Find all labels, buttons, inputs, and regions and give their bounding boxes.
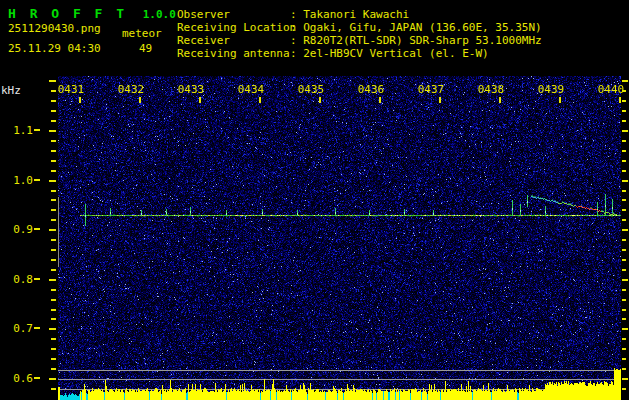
time-tick [319,97,321,103]
freq-axis-unit: kHz [1,84,21,97]
time-tick-label: 0437 [409,83,453,96]
echo-count: 49 [139,42,152,55]
freq-minor-tick-right [622,150,626,152]
time-tick-label: 0431 [49,83,93,96]
freq-minor-tick [51,259,56,261]
freq-tick-label: 0.9 [0,223,33,236]
time-tick-label: 0433 [169,83,213,96]
freq-minor-tick-right [622,229,628,231]
freq-minor-tick [51,100,56,102]
freq-major-tick [34,278,40,280]
freq-minor-tick-right [622,180,628,182]
freq-minor-tick-right [622,299,626,301]
time-tick-label: 0436 [349,83,393,96]
freq-minor-tick-right [622,368,626,370]
freq-minor-tick-right [622,160,626,162]
title-row: H R O F F T 1.0.0 [8,3,176,22]
time-tick [199,97,201,103]
freq-minor-tick-right [622,190,626,192]
freq-minor-tick-right [622,130,628,132]
freq-minor-tick-right [622,219,626,221]
freq-minor-tick [51,160,56,162]
freq-minor-tick-right [622,140,626,142]
freq-minor-tick-right [622,239,626,241]
spectrogram-canvas [58,76,621,400]
freq-minor-tick-right [622,170,626,172]
time-tick [79,97,81,103]
time-tick-label: 0432 [109,83,153,96]
time-tick [139,97,141,103]
freq-minor-tick [51,289,56,291]
freq-minor-tick [49,378,56,380]
freq-minor-tick [51,368,56,370]
freq-minor-tick-right [622,338,626,340]
freq-minor-tick-right [622,309,626,311]
time-tick [619,97,621,103]
time-tick-label: 0434 [229,83,273,96]
freq-minor-tick-right [622,120,626,122]
freq-minor-tick-right [622,279,628,281]
hrofft-screen: H R O F F T 1.0.0 2511290430.png meteor … [0,0,629,400]
freq-minor-tick-right [622,100,626,102]
mode-label: meteor [122,27,162,40]
freq-minor-tick [51,269,56,271]
freq-minor-tick-right [622,259,626,261]
freq-minor-tick-right [622,209,626,211]
info-label: Receiving antenna [177,47,290,60]
freq-minor-tick [51,140,56,142]
freq-minor-tick-right [622,289,626,291]
freq-minor-tick [51,150,56,152]
freq-tick-label: 0.6 [0,372,33,385]
freq-minor-tick [49,279,56,281]
freq-minor-tick-right [622,110,626,112]
freq-minor-tick-right [622,318,626,320]
time-tick-label: 0438 [469,83,513,96]
time-tick-label: 0440 [589,83,629,96]
freq-minor-tick [49,130,56,132]
freq-major-tick [34,228,40,230]
freq-minor-tick [51,299,56,301]
app-title: H R O F F T [8,6,127,21]
freq-minor-tick-right [622,348,626,350]
freq-minor-tick [49,229,56,231]
freq-tick-label: 1.0 [0,174,33,187]
freq-minor-tick [51,219,56,221]
time-tick [559,97,561,103]
freq-major-tick [34,377,40,379]
output-filename: 2511290430.png [8,22,101,35]
freq-major-tick [34,179,40,181]
freq-minor-tick [51,110,56,112]
freq-minor-tick [51,249,56,251]
info-row-antenna: Receiving antenna: 2el-HB9CV Vertical (e… [177,42,489,61]
freq-tick-label: 1.1 [0,124,33,137]
freq-minor-tick-right [622,199,626,201]
freq-minor-tick [51,170,56,172]
freq-minor-tick [51,209,56,211]
info-value: : 2el-HB9CV Vertical (el. E-W) [290,47,489,60]
time-tick [259,97,261,103]
freq-major-tick [34,129,40,131]
freq-minor-tick [51,348,56,350]
freq-minor-tick [51,388,56,390]
time-tick-label: 0435 [289,83,333,96]
freq-tick-label: 0.8 [0,273,33,286]
freq-minor-tick-right [622,80,628,82]
freq-minor-tick-right [622,328,628,330]
time-tick [379,97,381,103]
freq-minor-tick [51,120,56,122]
time-tick [499,97,501,103]
datetime-label: 25.11.29 04:30 [8,42,101,55]
time-tick-label: 0439 [529,83,573,96]
freq-minor-tick [51,309,56,311]
freq-tick-label: 0.7 [0,322,33,335]
freq-minor-tick-right [622,269,626,271]
freq-minor-tick [49,80,56,82]
time-tick [439,97,441,103]
freq-minor-tick [51,338,56,340]
freq-major-tick [34,327,40,329]
freq-minor-tick [51,199,56,201]
freq-minor-tick-right [622,249,626,251]
freq-minor-tick [49,328,56,330]
freq-minor-tick [51,318,56,320]
freq-minor-tick [49,180,56,182]
